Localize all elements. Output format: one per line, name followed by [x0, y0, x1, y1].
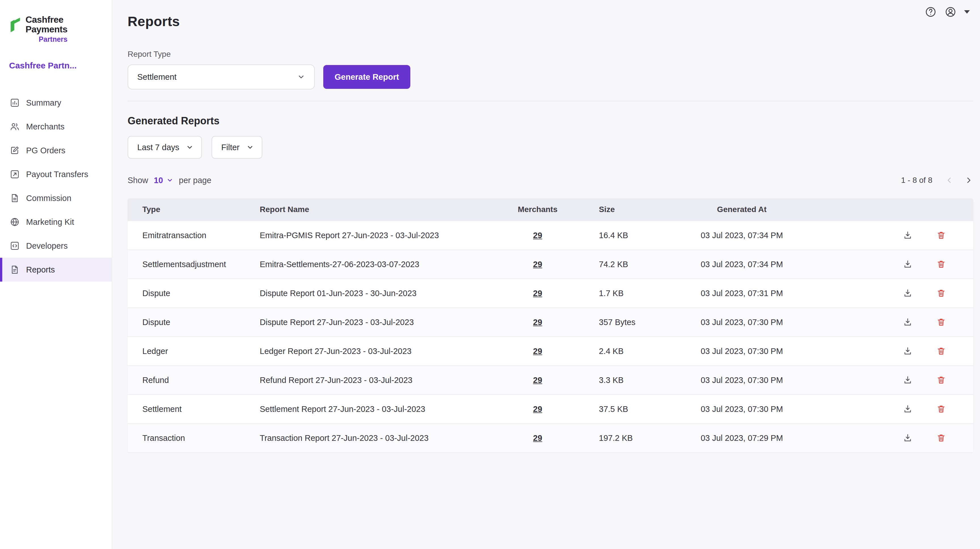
generate-report-button[interactable]: Generate Report: [323, 65, 410, 89]
sidebar-item-pg-orders[interactable]: PG Orders: [0, 139, 112, 162]
merchants-count-link[interactable]: 29: [533, 375, 542, 385]
delete-icon[interactable]: [936, 259, 946, 269]
delete-icon[interactable]: [936, 230, 946, 240]
table-row: Ledger Ledger Report 27-Jun-2023 - 03-Ju…: [127, 337, 973, 365]
filter-button[interactable]: Filter: [212, 136, 262, 159]
pagination-prev-icon[interactable]: [945, 176, 954, 185]
report-name-cell: Dispute Report 27-Jun-2023 - 03-Jul-2023: [260, 318, 509, 327]
page-size-value: 10: [154, 176, 163, 185]
delete-icon[interactable]: [936, 318, 946, 327]
download-icon[interactable]: [903, 318, 913, 327]
merchants-cell: 29: [509, 346, 566, 356]
sidebar-nav: Summary Merchants PG Orders Payout Trans…: [0, 91, 112, 282]
report-type-cell: Dispute: [127, 318, 260, 327]
merchants-count-link[interactable]: 29: [533, 404, 542, 413]
merchants-count-link[interactable]: 29: [533, 289, 542, 298]
cashfree-logo-icon: [9, 16, 22, 34]
download-icon[interactable]: [903, 404, 913, 414]
size-cell: 16.4 KB: [566, 231, 671, 240]
filter-label: Filter: [221, 143, 239, 152]
report-type-cell: Settlement: [127, 404, 260, 414]
table-row: Settlement Settlement Report 27-Jun-2023…: [127, 394, 973, 423]
report-name-cell: Transaction Report 27-Jun-2023 - 03-Jul-…: [260, 434, 509, 443]
download-icon[interactable]: [903, 346, 913, 356]
delete-icon[interactable]: [936, 404, 946, 414]
merchants-cell: 29: [509, 404, 566, 414]
merchants-cell: 29: [509, 434, 566, 443]
merchants-count-link[interactable]: 29: [533, 346, 542, 356]
download-icon[interactable]: [903, 230, 913, 240]
sidebar-item-label: Payout Transfers: [26, 170, 88, 179]
sidebar-item-payout-transfers[interactable]: Payout Transfers: [0, 162, 112, 186]
report-name-cell: Settlement Report 27-Jun-2023 - 03-Jul-2…: [260, 404, 509, 414]
sidebar-item-label: Summary: [26, 98, 61, 108]
delete-icon[interactable]: [936, 375, 946, 385]
merchants-count-link[interactable]: 29: [533, 231, 542, 240]
table-row: Refund Refund Report 27-Jun-2023 - 03-Ju…: [127, 365, 973, 394]
sidebar-item-marketing-kit[interactable]: Marketing Kit: [0, 210, 112, 234]
table-row: Dispute Dispute Report 27-Jun-2023 - 03-…: [127, 307, 973, 337]
account-menu-caret-icon[interactable]: [964, 10, 970, 14]
delete-icon[interactable]: [936, 346, 946, 356]
column-header-size: Size: [566, 205, 671, 214]
topbar: [924, 6, 970, 18]
download-icon[interactable]: [903, 289, 913, 298]
transfer-arrow-icon: [10, 169, 20, 179]
page-size-select[interactable]: 10: [154, 176, 173, 185]
sidebar-item-label: Merchants: [26, 122, 64, 131]
brand-name-line2: Payments: [25, 24, 67, 34]
sidebar-item-merchants[interactable]: Merchants: [0, 115, 112, 139]
download-icon[interactable]: [903, 375, 913, 385]
main-content: Reports Report Type Settlement Generate …: [112, 0, 980, 549]
sidebar-item-summary[interactable]: Summary: [0, 91, 112, 115]
download-icon[interactable]: [903, 259, 913, 269]
document-icon: [10, 193, 20, 203]
page-title: Reports: [127, 0, 973, 29]
generated-at-cell: 03 Jul 2023, 07:30 PM: [671, 375, 813, 385]
code-icon: [10, 241, 20, 251]
generated-at-cell: 03 Jul 2023, 07:31 PM: [671, 289, 813, 298]
merchants-count-link[interactable]: 29: [533, 434, 542, 442]
sidebar-item-developers[interactable]: Developers: [0, 234, 112, 258]
pagination-next-icon[interactable]: [964, 176, 973, 185]
column-header-merchants: Merchants: [509, 205, 566, 214]
merchants-cell: 29: [509, 260, 566, 269]
report-name-cell: Emitra-Settlements-27-06-2023-03-07-2023: [260, 260, 509, 269]
size-cell: 197.2 KB: [566, 434, 671, 443]
table-body: Emitratransaction Emitra-PGMIS Report 27…: [127, 220, 973, 452]
delete-icon[interactable]: [936, 289, 946, 298]
download-icon[interactable]: [903, 433, 913, 443]
report-name-cell: Dispute Report 01-Jun-2023 - 30-Jun-2023: [260, 289, 509, 298]
merchants-count-link[interactable]: 29: [533, 260, 542, 269]
merchants-cell: 29: [509, 375, 566, 385]
size-cell: 2.4 KB: [566, 346, 671, 356]
generated-at-cell: 03 Jul 2023, 07:30 PM: [671, 318, 813, 327]
help-icon[interactable]: [924, 6, 937, 18]
date-range-filter-button[interactable]: Last 7 days: [127, 136, 202, 159]
divider: [127, 101, 973, 101]
partner-account-link[interactable]: Cashfree Partn...: [9, 61, 103, 70]
user-account-icon[interactable]: [944, 6, 957, 18]
merchants-cell: 29: [509, 289, 566, 298]
date-range-label: Last 7 days: [137, 143, 179, 152]
table-header-row: Type Report Name Merchants Size Generate…: [127, 198, 973, 220]
sidebar-item-reports[interactable]: Reports: [0, 258, 112, 282]
size-cell: 3.3 KB: [566, 375, 671, 385]
delete-icon[interactable]: [936, 433, 946, 443]
merchants-count-link[interactable]: 29: [533, 318, 542, 327]
sidebar-item-label: Commission: [26, 194, 72, 203]
sidebar-item-commission[interactable]: Commission: [0, 186, 112, 210]
people-icon: [10, 121, 20, 132]
globe-icon: [10, 217, 20, 227]
table-row: Settlementsadjustment Emitra-Settlements…: [127, 249, 973, 278]
report-type-cell: Refund: [127, 375, 260, 385]
report-type-select[interactable]: Settlement: [127, 64, 315, 89]
generated-at-cell: 03 Jul 2023, 07:34 PM: [671, 260, 813, 269]
generated-reports-table: Type Report Name Merchants Size Generate…: [127, 198, 973, 452]
report-type-cell: Settlementsadjustment: [127, 260, 260, 269]
report-type-label: Report Type: [127, 49, 973, 59]
sidebar-item-label: Developers: [26, 241, 68, 251]
size-cell: 357 Bytes: [566, 318, 671, 327]
table-row: Dispute Dispute Report 01-Jun-2023 - 30-…: [127, 278, 973, 307]
size-cell: 1.7 KB: [566, 289, 671, 298]
